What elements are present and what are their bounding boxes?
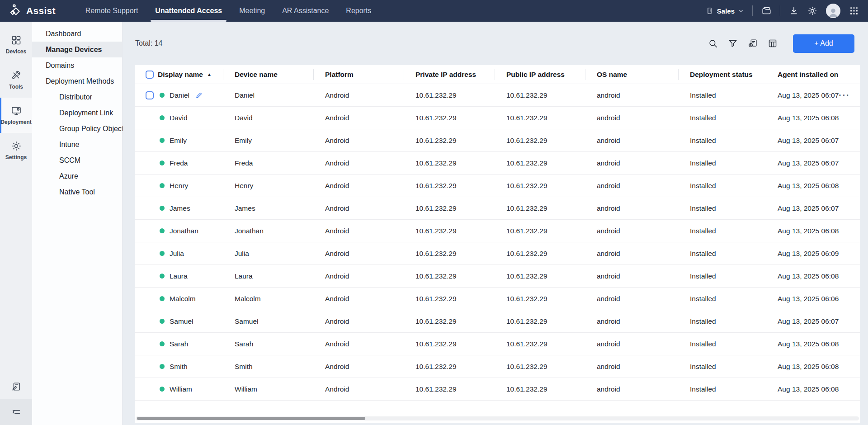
- rail-item-devices[interactable]: Devices: [0, 27, 32, 62]
- sidebar-item-dashboard[interactable]: Dashboard: [32, 26, 122, 42]
- table-row[interactable]: DanielDanielAndroid10.61.232.2910.61.232…: [135, 84, 860, 107]
- table-row[interactable]: JuliaJuliaAndroid10.61.232.2910.61.232.2…: [135, 242, 860, 265]
- app-grid-button[interactable]: [849, 6, 859, 16]
- table-row[interactable]: FredaFredaAndroid10.61.232.2910.61.232.2…: [135, 152, 860, 175]
- nav-item-unattended-access[interactable]: Unattended Access: [155, 0, 222, 22]
- column-header-platform[interactable]: Platform: [314, 65, 404, 84]
- display-name-cell: Emily: [135, 137, 223, 145]
- os-name-cell: android: [585, 114, 679, 122]
- display-name: Smith: [170, 363, 188, 371]
- nav-item-reports[interactable]: Reports: [346, 0, 371, 22]
- collapse-sidebar-button[interactable]: [11, 407, 21, 417]
- sidebar-item-domains[interactable]: Domains: [32, 57, 122, 73]
- device-name-cell: Emily: [223, 137, 314, 145]
- nav-item-remote-support[interactable]: Remote Support: [85, 0, 138, 22]
- app-brand[interactable]: Assist: [8, 4, 56, 18]
- filter-button[interactable]: [728, 38, 738, 48]
- sidebar-item-native-tool[interactable]: Native Tool: [32, 184, 122, 200]
- public-ip-cell: 10.61.232.29: [495, 385, 585, 393]
- table-row[interactable]: DavidDavidAndroid10.61.232.2910.61.232.2…: [135, 107, 860, 129]
- table-row[interactable]: LauraLauraAndroid10.61.232.2910.61.232.2…: [135, 265, 860, 288]
- agent-installed-on: Aug 13, 2025 06:07: [778, 91, 839, 99]
- assist-logo-icon: [8, 4, 22, 18]
- apps-grid-icon: [849, 6, 859, 16]
- rail-item-deployment[interactable]: Deployment: [0, 98, 32, 133]
- org-switcher[interactable]: Sales: [705, 7, 744, 15]
- downloads-button[interactable]: [789, 6, 799, 16]
- agent-installed-cell: Aug 13, 2025 06:08···: [766, 181, 860, 190]
- table-row[interactable]: JamesJamesAndroid10.61.232.2910.61.232.2…: [135, 197, 860, 220]
- filter-funnel-icon: [728, 38, 738, 48]
- column-header-display-name[interactable]: Display name▲: [135, 65, 223, 84]
- online-status-dot: [160, 296, 165, 301]
- add-device-button[interactable]: + Add: [793, 34, 854, 53]
- column-header-private-ip-address[interactable]: Private IP address: [404, 65, 495, 84]
- column-header-agent-installed-on[interactable]: Agent installed on: [766, 65, 860, 84]
- table-body: DanielDanielAndroid10.61.232.2910.61.232…: [135, 84, 860, 401]
- feedback-button[interactable]: [11, 382, 21, 392]
- table-row[interactable]: HenryHenryAndroid10.61.232.2910.61.232.2…: [135, 175, 860, 197]
- files-button[interactable]: [761, 6, 771, 16]
- display-name: Julia: [170, 250, 184, 258]
- private-ip-cell: 10.61.232.29: [404, 385, 495, 393]
- rail-item-tools[interactable]: Tools: [0, 62, 32, 98]
- sidebar-item-distributor[interactable]: Distributor: [32, 89, 122, 105]
- platform-cell: Android: [314, 227, 404, 235]
- download-icon: [789, 6, 799, 16]
- os-name-cell: android: [585, 91, 679, 99]
- platform-cell: Android: [314, 91, 404, 99]
- private-ip-cell: 10.61.232.29: [404, 114, 495, 122]
- sidebar-item-azure[interactable]: Azure: [32, 168, 122, 184]
- row-checkbox[interactable]: [146, 91, 154, 99]
- display-name-cell: Smith: [135, 363, 223, 371]
- sort-ascending-icon: ▲: [207, 72, 212, 77]
- select-all-checkbox[interactable]: [146, 71, 154, 79]
- nav-item-meeting[interactable]: Meeting: [239, 0, 265, 22]
- display-name: James: [170, 204, 190, 212]
- app-title: Assist: [26, 5, 56, 16]
- settings-button[interactable]: [807, 6, 817, 16]
- table-row[interactable]: JonathanJonathanAndroid10.61.232.2910.61…: [135, 220, 860, 242]
- column-label: Display name: [158, 71, 203, 79]
- horizontal-scrollbar[interactable]: [136, 416, 859, 420]
- rail-item-settings[interactable]: Settings: [0, 133, 32, 168]
- table-row[interactable]: SamuelSamuelAndroid10.61.232.2910.61.232…: [135, 310, 860, 333]
- platform-cell: Android: [314, 114, 404, 122]
- search-button[interactable]: [708, 38, 718, 48]
- table-row[interactable]: EmilyEmilyAndroid10.61.232.2910.61.232.2…: [135, 129, 860, 152]
- sidebar-item-sccm[interactable]: SCCM: [32, 152, 122, 168]
- manage-columns-button[interactable]: [768, 38, 778, 48]
- device-name-cell: Jonathan: [223, 227, 314, 235]
- table-row[interactable]: MalcolmMalcolmAndroid10.61.232.2910.61.2…: [135, 288, 860, 310]
- nav-item-ar-assistance[interactable]: AR Assistance: [282, 0, 329, 22]
- public-ip-cell: 10.61.232.29: [495, 227, 585, 235]
- sidebar-item-deployment-methods[interactable]: Deployment Methods: [32, 73, 122, 89]
- table-row[interactable]: WilliamWilliamAndroid10.61.232.2910.61.2…: [135, 378, 860, 401]
- sidebar-item-intune[interactable]: Intune: [32, 137, 122, 152]
- private-ip-cell: 10.61.232.29: [404, 137, 495, 145]
- column-header-os-name[interactable]: OS name: [585, 65, 679, 84]
- online-status-dot: [160, 341, 165, 346]
- table-row[interactable]: SarahSarahAndroid10.61.232.2910.61.232.2…: [135, 333, 860, 355]
- person-icon: [827, 6, 839, 18]
- user-avatar[interactable]: [826, 4, 840, 18]
- rename-button[interactable]: [195, 91, 203, 99]
- agent-installed-cell: Aug 13, 2025 06:07···: [766, 91, 860, 99]
- table-row[interactable]: SmithSmithAndroid10.61.232.2910.61.232.2…: [135, 355, 860, 378]
- column-header-public-ip-address[interactable]: Public IP address: [495, 65, 585, 84]
- sidebar-item-manage-devices[interactable]: Manage Devices: [32, 42, 122, 57]
- device-name-cell: Henry: [223, 182, 314, 190]
- gear-icon: [11, 141, 22, 151]
- row-more-actions-button[interactable]: ···: [839, 91, 850, 99]
- scrollbar-thumb[interactable]: [137, 417, 365, 420]
- deployment-status-cell: Installed: [679, 250, 766, 258]
- sidebar-item-group-policy-object[interactable]: Group Policy Object: [32, 121, 122, 137]
- column-header-device-name[interactable]: Device name: [223, 65, 314, 84]
- agent-installed-on: Aug 13, 2025 06:06: [778, 295, 839, 303]
- sidebar-item-deployment-link[interactable]: Deployment Link: [32, 105, 122, 121]
- agent-installed-on: Aug 13, 2025 06:07: [778, 204, 839, 212]
- export-button[interactable]: [748, 38, 758, 48]
- column-header-deployment-status[interactable]: Deployment status: [679, 65, 766, 84]
- platform-cell: Android: [314, 250, 404, 258]
- devices-grid-icon: [11, 35, 22, 46]
